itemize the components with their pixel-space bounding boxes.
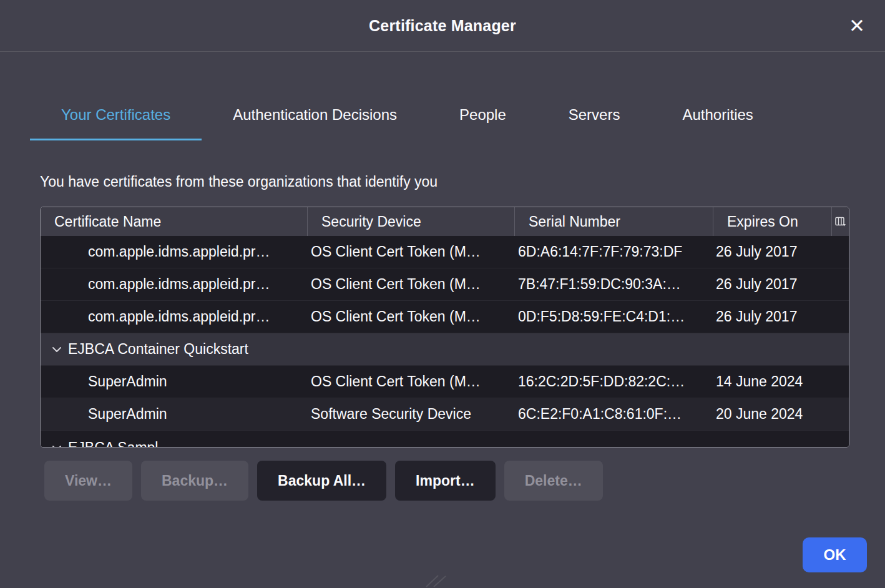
import-button[interactable]: Import… [395,461,496,501]
cell-expires-on: 14 June 2024 [713,373,832,390]
tab-servers[interactable]: Servers [537,94,652,140]
table-row-group-clipped[interactable]: EJBCA Sampl [41,431,849,447]
table-row-group[interactable]: EJBCA Container Quickstart [41,333,849,366]
cell-certificate-name: SuperAdmin [41,406,308,423]
dialog-title: Certificate Manager [369,17,516,35]
column-picker-icon[interactable] [832,207,849,236]
group-row-inner: EJBCA Container Quickstart [41,341,849,358]
tab-people[interactable]: People [428,94,537,140]
view-button: View… [44,461,132,501]
column-header-expires-on[interactable]: Expires On [713,207,832,236]
chevron-down-icon[interactable] [52,346,62,353]
cell-certificate-name: SuperAdmin [41,373,308,390]
cell-serial-number: 6D:A6:14:7F:7F:79:73:DF [515,243,713,260]
column-header-serial-number[interactable]: Serial Number [515,207,713,236]
table-row[interactable]: com.apple.idms.appleid.pr…OS Client Cert… [41,236,849,268]
resize-grip-icon[interactable] [425,575,446,587]
tab-authorities[interactable]: Authorities [651,94,784,140]
tab-your-certificates[interactable]: Your Certificates [30,94,202,140]
table-row[interactable]: SuperAdminSoftware Security Device6C:E2:… [41,398,849,431]
table-header: Certificate NameSecurity DeviceSerial Nu… [41,207,849,236]
cell-expires-on: 26 July 2017 [713,243,832,260]
table-row[interactable]: com.apple.idms.appleid.pr…OS Client Cert… [41,268,849,301]
group-label: EJBCA Container Quickstart [68,341,248,358]
action-button-row: View…Backup…Backup All…Import…Delete… [44,461,885,501]
ok-button[interactable]: OK [803,537,867,572]
cell-certificate-name: com.apple.idms.appleid.pr… [41,308,308,325]
column-header-security-device[interactable]: Security Device [308,207,515,236]
chevron-down-icon[interactable] [52,445,62,448]
close-icon[interactable]: ✕ [844,12,870,39]
cell-expires-on: 26 July 2017 [713,276,832,293]
backup-all-button[interactable]: Backup All… [257,461,386,501]
cell-security-device: OS Client Cert Token (M… [308,373,515,390]
cell-serial-number: 7B:47:F1:59:DC:90:3A:… [515,276,713,293]
table-row[interactable]: SuperAdminOS Client Cert Token (M…16:2C:… [41,366,849,398]
group-label: EJBCA Sampl [68,439,158,447]
table-row[interactable]: com.apple.idms.appleid.pr…OS Client Cert… [41,301,849,333]
table-body: com.apple.idms.appleid.pr…OS Client Cert… [41,236,849,447]
tab-strip: Your CertificatesAuthentication Decision… [30,94,885,140]
cell-security-device: OS Client Cert Token (M… [308,243,515,260]
cell-certificate-name: com.apple.idms.appleid.pr… [41,276,308,293]
backup-button: Backup… [141,461,248,501]
cell-serial-number: 16:2C:2D:5F:DD:82:2C:… [515,373,713,390]
group-row-inner: EJBCA Sampl [41,439,849,447]
cell-serial-number: 6C:E2:F0:A1:C8:61:0F:… [515,406,713,423]
cell-security-device: Software Security Device [308,406,515,423]
cell-serial-number: 0D:F5:D8:59:FE:C4:D1:… [515,308,713,325]
description-text: You have certificates from these organiz… [40,174,885,190]
cell-security-device: OS Client Cert Token (M… [308,276,515,293]
delete-button: Delete… [504,461,603,501]
tab-authentication-decisions[interactable]: Authentication Decisions [202,94,428,140]
cell-expires-on: 26 July 2017 [713,308,832,325]
dialog-titlebar: Certificate Manager ✕ [0,0,885,52]
cell-expires-on: 20 June 2024 [713,406,832,423]
cell-security-device: OS Client Cert Token (M… [308,308,515,325]
column-header-certificate-name[interactable]: Certificate Name [41,207,308,236]
cell-certificate-name: com.apple.idms.appleid.pr… [41,243,308,260]
certificates-table: Certificate NameSecurity DeviceSerial Nu… [40,207,849,448]
